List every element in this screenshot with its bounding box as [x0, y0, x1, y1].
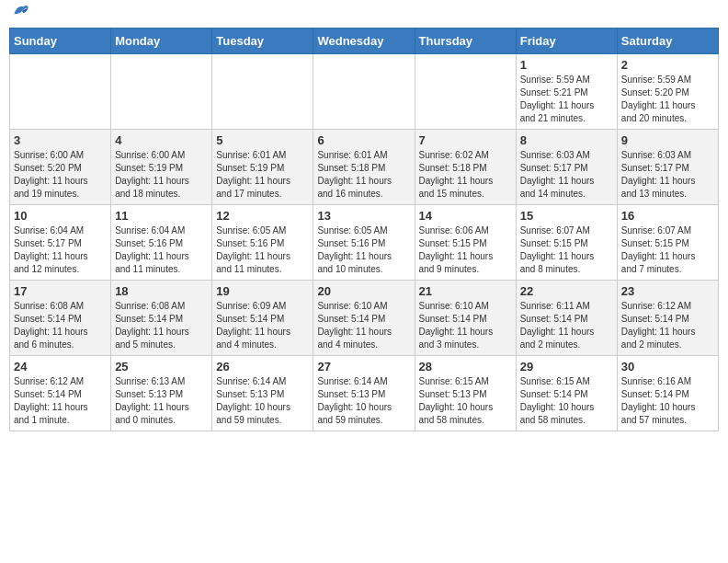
calendar-cell: 28Sunrise: 6:15 AM Sunset: 5:13 PM Dayli… — [415, 356, 516, 431]
day-number: 7 — [419, 133, 512, 147]
day-number: 25 — [115, 360, 208, 373]
day-number: 22 — [520, 284, 613, 298]
calendar-week-row: 3Sunrise: 6:00 AM Sunset: 5:20 PM Daylig… — [10, 130, 719, 205]
calendar-cell: 23Sunrise: 6:12 AM Sunset: 5:14 PM Dayli… — [617, 281, 718, 356]
day-info: Sunrise: 6:11 AM Sunset: 5:14 PM Dayligh… — [520, 300, 613, 351]
calendar-cell: 21Sunrise: 6:10 AM Sunset: 5:14 PM Dayli… — [415, 281, 516, 356]
day-number: 6 — [317, 133, 410, 147]
logo-bird-icon — [11, 2, 29, 20]
day-number: 29 — [520, 360, 613, 373]
calendar-cell: 24Sunrise: 6:12 AM Sunset: 5:14 PM Dayli… — [10, 356, 111, 431]
calendar-cell — [212, 54, 313, 130]
day-info: Sunrise: 5:59 AM Sunset: 5:21 PM Dayligh… — [520, 74, 613, 125]
calendar-cell: 14Sunrise: 6:06 AM Sunset: 5:15 PM Dayli… — [415, 205, 516, 281]
calendar-cell — [313, 54, 415, 130]
day-info: Sunrise: 6:05 AM Sunset: 5:16 PM Dayligh… — [216, 224, 309, 276]
day-info: Sunrise: 6:08 AM Sunset: 5:14 PM Dayligh… — [115, 300, 208, 351]
day-number: 13 — [317, 209, 410, 223]
day-number: 26 — [216, 360, 309, 373]
day-number: 2 — [621, 58, 714, 72]
day-info: Sunrise: 6:14 AM Sunset: 5:13 PM Dayligh… — [317, 375, 410, 427]
calendar-cell: 19Sunrise: 6:09 AM Sunset: 5:14 PM Dayli… — [212, 281, 313, 356]
day-number: 14 — [419, 209, 512, 223]
calendar-cell: 13Sunrise: 6:05 AM Sunset: 5:16 PM Dayli… — [313, 205, 415, 281]
day-number: 18 — [115, 284, 208, 298]
day-number: 10 — [14, 209, 107, 223]
day-info: Sunrise: 6:08 AM Sunset: 5:14 PM Dayligh… — [14, 300, 107, 351]
day-number: 12 — [216, 209, 309, 223]
calendar-cell: 18Sunrise: 6:08 AM Sunset: 5:14 PM Dayli… — [111, 281, 212, 356]
day-info: Sunrise: 6:04 AM Sunset: 5:17 PM Dayligh… — [14, 224, 107, 276]
calendar-cell: 26Sunrise: 6:14 AM Sunset: 5:13 PM Dayli… — [212, 356, 313, 431]
day-number: 1 — [520, 58, 613, 72]
day-info: Sunrise: 6:10 AM Sunset: 5:14 PM Dayligh… — [419, 300, 512, 351]
day-number: 27 — [317, 360, 410, 373]
calendar-week-row: 17Sunrise: 6:08 AM Sunset: 5:14 PM Dayli… — [10, 281, 719, 356]
day-number: 9 — [621, 133, 714, 147]
weekday-header: Tuesday — [212, 29, 313, 54]
weekday-header: Sunday — [10, 29, 111, 54]
calendar-cell: 27Sunrise: 6:14 AM Sunset: 5:13 PM Dayli… — [313, 356, 415, 431]
calendar-cell — [415, 54, 516, 130]
calendar-cell: 7Sunrise: 6:02 AM Sunset: 5:18 PM Daylig… — [415, 130, 516, 205]
day-info: Sunrise: 6:10 AM Sunset: 5:14 PM Dayligh… — [317, 300, 410, 351]
calendar-cell: 3Sunrise: 6:00 AM Sunset: 5:20 PM Daylig… — [10, 130, 111, 205]
weekday-header: Saturday — [617, 29, 718, 54]
calendar-week-row: 24Sunrise: 6:12 AM Sunset: 5:14 PM Dayli… — [10, 356, 719, 431]
day-info: Sunrise: 6:02 AM Sunset: 5:18 PM Dayligh… — [419, 149, 512, 201]
calendar-cell — [10, 54, 111, 130]
day-info: Sunrise: 6:14 AM Sunset: 5:13 PM Dayligh… — [216, 375, 309, 427]
calendar-cell: 2Sunrise: 5:59 AM Sunset: 5:20 PM Daylig… — [617, 54, 718, 130]
calendar-cell: 16Sunrise: 6:07 AM Sunset: 5:15 PM Dayli… — [617, 205, 718, 281]
day-info: Sunrise: 6:16 AM Sunset: 5:14 PM Dayligh… — [621, 375, 714, 427]
day-number: 15 — [520, 209, 613, 223]
day-info: Sunrise: 6:00 AM Sunset: 5:20 PM Dayligh… — [14, 149, 107, 201]
day-number: 17 — [14, 284, 107, 298]
logo — [13, 9, 29, 20]
day-info: Sunrise: 6:09 AM Sunset: 5:14 PM Dayligh… — [216, 300, 309, 351]
calendar-cell: 25Sunrise: 6:13 AM Sunset: 5:13 PM Dayli… — [111, 356, 212, 431]
day-info: Sunrise: 6:04 AM Sunset: 5:16 PM Dayligh… — [115, 224, 208, 276]
calendar-cell: 11Sunrise: 6:04 AM Sunset: 5:16 PM Dayli… — [111, 205, 212, 281]
day-info: Sunrise: 5:59 AM Sunset: 5:20 PM Dayligh… — [621, 74, 714, 125]
calendar-cell: 1Sunrise: 5:59 AM Sunset: 5:21 PM Daylig… — [516, 54, 617, 130]
calendar-cell: 6Sunrise: 6:01 AM Sunset: 5:18 PM Daylig… — [313, 130, 415, 205]
day-info: Sunrise: 6:03 AM Sunset: 5:17 PM Dayligh… — [520, 149, 613, 201]
day-info: Sunrise: 6:01 AM Sunset: 5:19 PM Dayligh… — [216, 149, 309, 201]
day-number: 11 — [115, 209, 208, 223]
calendar-cell: 30Sunrise: 6:16 AM Sunset: 5:14 PM Dayli… — [617, 356, 718, 431]
day-number: 28 — [419, 360, 512, 373]
day-info: Sunrise: 6:13 AM Sunset: 5:13 PM Dayligh… — [115, 375, 208, 427]
calendar-cell: 8Sunrise: 6:03 AM Sunset: 5:17 PM Daylig… — [516, 130, 617, 205]
day-number: 23 — [621, 284, 714, 298]
calendar-cell: 29Sunrise: 6:15 AM Sunset: 5:14 PM Dayli… — [516, 356, 617, 431]
weekday-header: Friday — [516, 29, 617, 54]
day-info: Sunrise: 6:06 AM Sunset: 5:15 PM Dayligh… — [419, 224, 512, 276]
calendar-cell: 5Sunrise: 6:01 AM Sunset: 5:19 PM Daylig… — [212, 130, 313, 205]
day-info: Sunrise: 6:12 AM Sunset: 5:14 PM Dayligh… — [14, 375, 107, 427]
day-number: 16 — [621, 209, 714, 223]
day-number: 4 — [115, 133, 208, 147]
calendar-cell: 15Sunrise: 6:07 AM Sunset: 5:15 PM Dayli… — [516, 205, 617, 281]
calendar-cell — [111, 54, 212, 130]
calendar-cell: 17Sunrise: 6:08 AM Sunset: 5:14 PM Dayli… — [10, 281, 111, 356]
weekday-header: Wednesday — [313, 29, 415, 54]
day-number: 8 — [520, 133, 613, 147]
day-info: Sunrise: 6:01 AM Sunset: 5:18 PM Dayligh… — [317, 149, 410, 201]
day-number: 24 — [14, 360, 107, 373]
day-info: Sunrise: 6:07 AM Sunset: 5:15 PM Dayligh… — [621, 224, 714, 276]
calendar-table: SundayMondayTuesdayWednesdayThursdayFrid… — [9, 28, 719, 431]
calendar-cell: 10Sunrise: 6:04 AM Sunset: 5:17 PM Dayli… — [10, 205, 111, 281]
weekday-header: Thursday — [415, 29, 516, 54]
page-header — [9, 9, 719, 20]
calendar-week-row: 10Sunrise: 6:04 AM Sunset: 5:17 PM Dayli… — [10, 205, 719, 281]
day-info: Sunrise: 6:00 AM Sunset: 5:19 PM Dayligh… — [115, 149, 208, 201]
calendar-cell: 9Sunrise: 6:03 AM Sunset: 5:17 PM Daylig… — [617, 130, 718, 205]
calendar-week-row: 1Sunrise: 5:59 AM Sunset: 5:21 PM Daylig… — [10, 54, 719, 130]
day-number: 19 — [216, 284, 309, 298]
day-number: 30 — [621, 360, 714, 373]
calendar-cell: 22Sunrise: 6:11 AM Sunset: 5:14 PM Dayli… — [516, 281, 617, 356]
day-number: 20 — [317, 284, 410, 298]
day-info: Sunrise: 6:15 AM Sunset: 5:14 PM Dayligh… — [520, 375, 613, 427]
day-info: Sunrise: 6:12 AM Sunset: 5:14 PM Dayligh… — [621, 300, 714, 351]
